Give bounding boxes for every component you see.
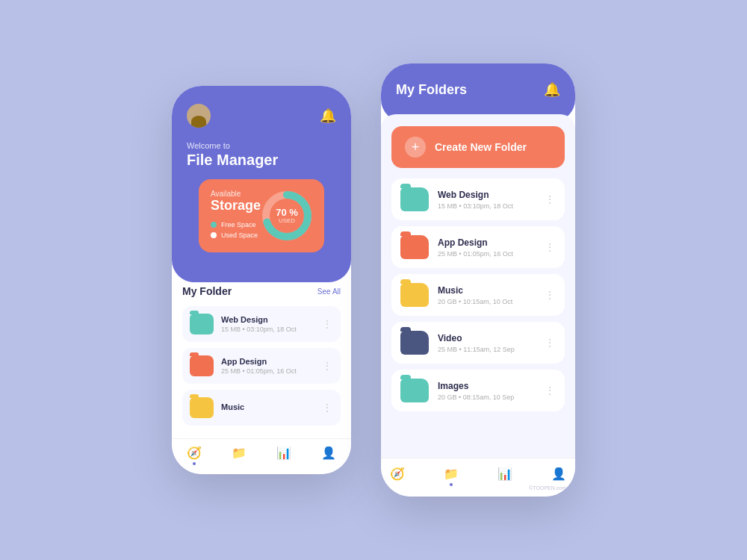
free-space-dot — [211, 222, 217, 228]
folder-more-icon[interactable]: ⋮ — [322, 402, 333, 414]
folder-item-web-design[interactable]: Web Design 15 MB • 03:10pm, 18 Oct ⋮ — [182, 306, 341, 342]
right-nav-home[interactable]: 🧭 — [390, 466, 405, 486]
bar-chart-icon: 📊 — [498, 466, 512, 481]
folder-red-icon — [190, 355, 214, 376]
nav-stats[interactable]: 📊 — [276, 445, 291, 465]
folder-teal-icon — [400, 379, 429, 402]
right-folder-music[interactable]: Music 20 GB • 10:15am, 10 Oct ⋮ — [391, 274, 565, 316]
right-folder-web-design[interactable]: Web Design 15 MB • 03:10pm, 18 Oct ⋮ — [391, 178, 565, 220]
folder-more-icon[interactable]: ⋮ — [322, 360, 333, 372]
folder-name: App Design — [438, 237, 536, 248]
folder-meta: 20 GB • 08:15am, 10 Sep — [438, 393, 536, 401]
right-folder-images[interactable]: Images 20 GB • 08:15am, 10 Sep ⋮ — [391, 370, 565, 411]
storage-label: Storage — [211, 198, 261, 214]
right-nav-folders[interactable]: 📁 — [444, 466, 459, 486]
folder-name: Music — [221, 402, 314, 411]
right-header: My Folders 🔔 — [381, 63, 575, 122]
folder-meta: 25 MB • 01:05pm, 16 Oct — [438, 250, 536, 258]
right-nav-stats[interactable]: 📊 — [498, 466, 512, 486]
right-notification-bell-icon[interactable]: 🔔 — [544, 81, 560, 98]
donut-used-label: USED — [276, 217, 298, 224]
right-body: + Create New Folder Web Design 15 MB • 0… — [381, 114, 575, 458]
right-phone: My Folders 🔔 + Create New Folder Web Des… — [381, 63, 575, 497]
folder-icon: 📁 — [232, 445, 247, 460]
compass-icon: 🧭 — [390, 466, 405, 481]
folder-item-app-design[interactable]: App Design 25 MB • 01:05pm, 16 Oct ⋮ — [182, 348, 341, 384]
bar-chart-icon: 📊 — [276, 445, 291, 460]
folder-more-icon[interactable]: ⋮ — [545, 193, 556, 205]
storage-donut-chart: 70 % USED — [261, 190, 313, 242]
left-phone: 🔔 Welcome to File Manager Available Stor… — [172, 86, 351, 474]
folder-yellow-icon — [400, 283, 429, 307]
folder-icon: 📁 — [444, 466, 459, 481]
nav-profile[interactable]: 👤 — [321, 445, 336, 465]
folder-navy-icon — [400, 331, 429, 355]
create-folder-button[interactable]: + Create New Folder — [391, 126, 565, 168]
folder-more-icon[interactable]: ⋮ — [322, 318, 333, 330]
free-space-label: Free Space — [221, 221, 256, 228]
right-folder-video[interactable]: Video 25 MB • 11:15am, 12 Sep ⋮ — [391, 322, 565, 364]
folder-meta: 25 MB • 01:05pm, 16 Oct — [221, 367, 314, 375]
folder-meta: 25 MB • 11:15am, 12 Sep — [438, 346, 536, 353]
right-title: My Folders — [396, 82, 467, 98]
bottom-nav: 🧭 📁 📊 👤 — [172, 438, 351, 474]
plus-icon: + — [405, 137, 426, 158]
left-header: 🔔 Welcome to File Manager Available Stor… — [172, 86, 351, 282]
watermark: ©TOOPEN.com — [529, 485, 566, 491]
folder-red-icon — [400, 235, 429, 259]
used-space-dot — [211, 232, 217, 238]
folder-more-icon[interactable]: ⋮ — [545, 241, 556, 253]
right-bottom-nav: 🧭 📁 📊 👤 — [381, 458, 575, 497]
folder-more-icon[interactable]: ⋮ — [545, 289, 556, 301]
nav-folders[interactable]: 📁 — [232, 445, 247, 465]
folder-meta: 15 MB • 03:10pm, 18 Oct — [438, 202, 536, 210]
folder-name: App Design — [221, 357, 314, 366]
right-folder-app-design[interactable]: App Design 25 MB • 01:05pm, 16 Oct ⋮ — [391, 226, 565, 268]
compass-icon: 🧭 — [187, 445, 202, 460]
welcome-text: Welcome to — [187, 141, 336, 150]
folder-name: Images — [438, 381, 536, 391]
app-title: File Manager — [187, 152, 336, 169]
user-icon: 👤 — [321, 445, 336, 460]
folder-teal-icon — [400, 187, 429, 211]
right-nav-profile[interactable]: 👤 — [551, 466, 566, 486]
available-label: Available — [211, 190, 261, 198]
used-space-label: Used Space — [221, 231, 258, 239]
folder-item-music[interactable]: Music ⋮ — [182, 390, 341, 426]
see-all-link[interactable]: See All — [317, 287, 341, 296]
donut-percent: 70 % — [276, 208, 298, 217]
folder-meta: 15 MB • 03:10pm, 18 Oct — [221, 326, 314, 333]
folder-more-icon[interactable]: ⋮ — [545, 337, 556, 349]
my-folder-title: My Folder — [182, 285, 232, 297]
notification-bell-icon[interactable]: 🔔 — [320, 108, 336, 124]
folder-name: Web Design — [438, 190, 536, 200]
folder-name: Video — [438, 333, 536, 343]
folder-more-icon[interactable]: ⋮ — [545, 385, 556, 396]
folder-name: Web Design — [221, 315, 314, 324]
folder-meta: 20 GB • 10:15am, 10 Oct — [438, 298, 536, 305]
avatar — [187, 104, 211, 128]
folder-teal-icon — [190, 314, 214, 335]
nav-home[interactable]: 🧭 — [187, 445, 202, 465]
create-label: Create New Folder — [435, 141, 527, 153]
user-icon: 👤 — [551, 466, 566, 481]
folder-yellow-icon — [190, 397, 214, 418]
storage-card: Available Storage Free Space Used Space — [199, 179, 324, 252]
folder-name: Music — [438, 285, 536, 296]
